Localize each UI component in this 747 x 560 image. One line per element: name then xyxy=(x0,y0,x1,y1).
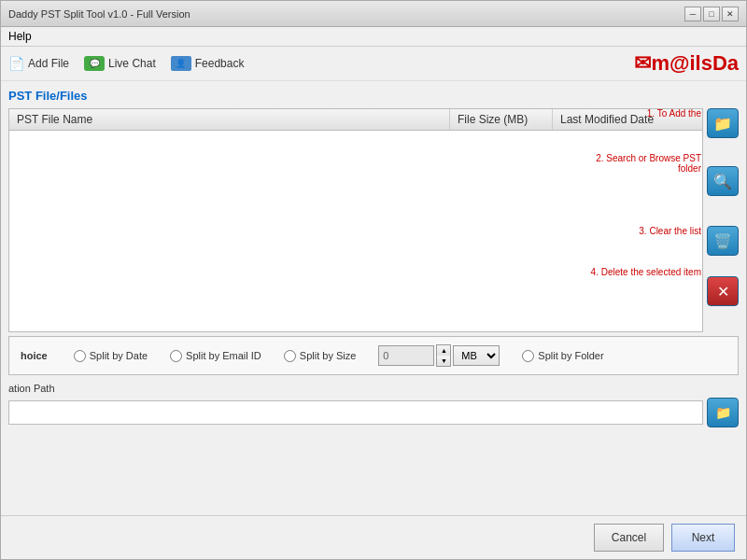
split-by-date-label: Split by Date xyxy=(90,350,148,361)
size-value-input[interactable] xyxy=(378,345,434,366)
menu-bar: Help xyxy=(1,27,746,47)
col-size-header: File Size (MB) xyxy=(450,109,553,130)
window-title: Daddy PST Split Tool v1.0 - Full Version xyxy=(8,8,190,20)
split-by-email-radio[interactable] xyxy=(170,350,182,362)
search-browse-button[interactable]: 🔍 xyxy=(707,166,739,196)
destination-input[interactable] xyxy=(8,400,703,425)
destination-section: ation Path 📁 xyxy=(8,379,739,431)
close-button[interactable]: ✕ xyxy=(722,7,739,21)
file-table: PST File Name File Size (MB) Last Modifi… xyxy=(8,108,703,332)
destination-browse-button[interactable]: 📁 xyxy=(707,398,739,427)
split-by-size-option[interactable]: Split by Size xyxy=(284,350,357,362)
feedback-label: Feedback xyxy=(195,57,245,70)
side-buttons-panel: 1. To Add the 📁 2. Search or Browse PST … xyxy=(703,108,739,332)
window-controls: ─ □ ✕ xyxy=(684,7,739,21)
split-by-size-label: Split by Size xyxy=(300,350,357,361)
main-window: Daddy PST Split Tool v1.0 - Full Version… xyxy=(0,0,747,560)
size-spinner: ▲ ▼ xyxy=(436,344,451,367)
maximize-button[interactable]: □ xyxy=(703,7,720,21)
minimize-button[interactable]: ─ xyxy=(684,7,701,21)
destination-row: 📁 xyxy=(8,398,739,427)
split-by-email-label: Split by Email ID xyxy=(186,350,261,361)
hint1-text: 1. To Add the xyxy=(647,108,701,119)
live-chat-button[interactable]: 💬 Live Chat xyxy=(84,56,156,71)
content-area: PST File/Files PST File Name File Size (… xyxy=(1,81,746,515)
delete-item-button[interactable]: ✕ xyxy=(707,276,739,306)
toolbar-left: 📄 Add File 💬 Live Chat 👤 Feedback xyxy=(8,56,244,71)
split-by-folder-option[interactable]: Split by Folder xyxy=(522,350,603,362)
hint2-text: 2. Search or Browse PST folder xyxy=(589,153,701,174)
menu-help[interactable]: Help xyxy=(8,30,32,43)
hint3-text: 3. Clear the list xyxy=(639,226,701,236)
title-bar: Daddy PST Split Tool v1.0 - Full Version… xyxy=(1,1,746,27)
logo: ✉m@ilsDa xyxy=(634,51,739,76)
size-unit-dropdown[interactable]: MB GB xyxy=(453,345,500,366)
split-by-folder-label: Split by Folder xyxy=(538,350,603,361)
split-choice-panel: hoice Split by Date Split by Email ID Sp… xyxy=(8,336,739,375)
size-increment-button[interactable]: ▲ xyxy=(437,345,450,356)
add-file-label: Add File xyxy=(28,57,69,70)
split-by-email-option[interactable]: Split by Email ID xyxy=(170,350,261,362)
hint4-text: 4. Delete the selected item xyxy=(589,267,701,277)
split-by-size-radio[interactable] xyxy=(284,350,296,362)
live-chat-icon: 💬 xyxy=(84,56,105,71)
clear-list-button[interactable]: 🗑️ xyxy=(707,226,739,256)
add-file-icon: 📄 xyxy=(8,56,24,71)
size-decrement-button[interactable]: ▼ xyxy=(437,356,450,366)
toolbar: 📄 Add File 💬 Live Chat 👤 Feedback ✉m@ils… xyxy=(1,47,746,81)
feedback-icon: 👤 xyxy=(171,56,191,71)
size-input-group: ▲ ▼ MB GB xyxy=(378,344,500,367)
live-chat-label: Live Chat xyxy=(108,57,156,70)
add-browse-button[interactable]: 📁 xyxy=(707,108,739,138)
feedback-button[interactable]: 👤 Feedback xyxy=(171,56,245,71)
file-table-container: PST File Name File Size (MB) Last Modifi… xyxy=(8,108,739,332)
split-by-date-option[interactable]: Split by Date xyxy=(74,350,148,362)
next-button[interactable]: Next xyxy=(671,524,735,552)
destination-label: ation Path xyxy=(8,383,739,394)
add-file-button[interactable]: 📄 Add File xyxy=(8,56,69,71)
bottom-bar: Cancel Next xyxy=(1,515,746,559)
split-by-date-radio[interactable] xyxy=(74,350,86,362)
cancel-button[interactable]: Cancel xyxy=(594,524,664,552)
pst-files-header: PST File/Files xyxy=(8,87,739,105)
table-header: PST File Name File Size (MB) Last Modifi… xyxy=(9,109,702,131)
col-filename-header: PST File Name xyxy=(9,109,450,130)
choice-label: hoice xyxy=(21,350,48,361)
split-by-folder-radio[interactable] xyxy=(522,350,534,362)
